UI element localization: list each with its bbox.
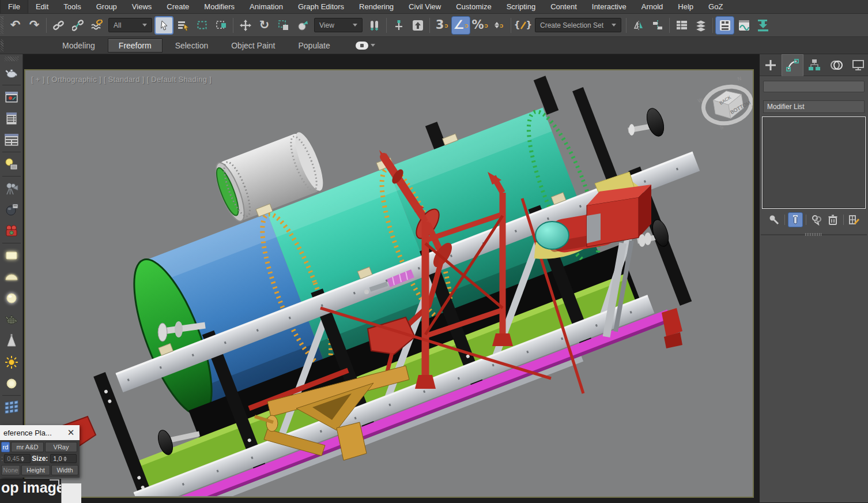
- selection-filter-dropdown[interactable]: All: [108, 18, 152, 32]
- machine-model[interactable]: [35, 70, 749, 496]
- window-crossing-icon[interactable]: [212, 16, 231, 35]
- menu-help[interactable]: Help: [670, 0, 701, 13]
- viewport-canvas[interactable]: BACK BOTTOM N W S E: [25, 70, 753, 496]
- bind-to-space-warp-icon[interactable]: [87, 16, 106, 35]
- menu-arnold[interactable]: Arnold: [634, 0, 671, 13]
- sidebar-grip[interactable]: [5, 57, 18, 61]
- viewcube[interactable]: BACK BOTTOM N W S E: [695, 74, 753, 134]
- modify-tab[interactable]: [782, 54, 803, 76]
- menu-customize[interactable]: Customize: [448, 0, 499, 13]
- sphere-light-icon[interactable]: [1, 287, 22, 309]
- menu-interactive[interactable]: Interactive: [584, 0, 634, 13]
- curve-editor-icon[interactable]: [734, 16, 753, 35]
- named-selection-set-dropdown[interactable]: Create Selection Set: [535, 18, 621, 32]
- modifier-stack[interactable]: [762, 117, 866, 209]
- ribbon-tab-freeform[interactable]: Freeform: [108, 39, 163, 52]
- width-button[interactable]: Width: [51, 465, 78, 475]
- render-setup-dialog-icon[interactable]: [1, 108, 22, 129]
- toolbar-grip[interactable]: [1, 16, 3, 34]
- menu-graph-editors[interactable]: Graph Editors: [290, 0, 352, 13]
- select-and-move-icon[interactable]: [236, 16, 255, 35]
- show-end-result-icon[interactable]: [788, 212, 803, 227]
- select-object-button[interactable]: [154, 16, 173, 35]
- select-and-scale-icon[interactable]: [274, 16, 293, 35]
- menu-rendering[interactable]: Rendering: [352, 0, 401, 13]
- redo-icon[interactable]: ↷: [25, 16, 44, 35]
- snaps-toggle-3d-icon[interactable]: 3ɔ: [432, 16, 451, 35]
- none-button[interactable]: None: [1, 465, 20, 475]
- toggle-scene-explorer-icon[interactable]: [672, 16, 691, 35]
- toggle-layer-explorer-icon[interactable]: [691, 16, 710, 35]
- reference-coordinate-dropdown[interactable]: View: [314, 18, 363, 32]
- menu-goz[interactable]: GoZ: [701, 0, 730, 13]
- renderer-tab-vray[interactable]: VRay: [45, 442, 77, 452]
- menu-scripting[interactable]: Scripting: [499, 0, 544, 13]
- panel-divider[interactable]: [761, 234, 867, 235]
- make-unique-icon[interactable]: [809, 212, 824, 227]
- remove-modifier-icon[interactable]: [825, 212, 840, 227]
- motion-tab[interactable]: [825, 54, 847, 76]
- dialog-titlebar[interactable]: eference Pla... ✕: [0, 425, 80, 440]
- align-icon[interactable]: [648, 16, 667, 35]
- ribbon-tab-object-paint[interactable]: Object Paint: [221, 39, 285, 52]
- menu-group[interactable]: Group: [89, 0, 124, 13]
- percent-snap-toggle-icon[interactable]: %ɔ: [470, 16, 489, 35]
- unlink-selection-icon[interactable]: [68, 16, 87, 35]
- edit-named-selection-sets-icon[interactable]: { }: [514, 16, 533, 35]
- rectangular-selection-region-icon[interactable]: [193, 16, 212, 35]
- use-pivot-point-center-icon[interactable]: [365, 16, 384, 35]
- height-button[interactable]: Height: [21, 465, 50, 475]
- menu-civil-view[interactable]: Civil View: [401, 0, 448, 13]
- create-tab[interactable]: [760, 54, 782, 76]
- spinner-snap-toggle-icon[interactable]: ɔ: [489, 16, 508, 35]
- ribbon-tab-populate[interactable]: Populate: [288, 39, 340, 52]
- menu-create[interactable]: Create: [159, 0, 197, 13]
- light-lister-icon[interactable]: [1, 153, 22, 175]
- proxy-grid-icon[interactable]: [1, 397, 22, 418]
- film-camera-icon[interactable]: [1, 178, 22, 199]
- close-icon[interactable]: ✕: [66, 427, 76, 438]
- ribbon-tab-selection[interactable]: Selection: [165, 39, 219, 52]
- angle-snap-toggle-icon[interactable]: ∠ɔ: [451, 16, 470, 35]
- mesh-light-icon[interactable]: [1, 309, 22, 330]
- ribbon-overflow-button[interactable]: [356, 42, 375, 50]
- environment-sphere-icon[interactable]: [1, 199, 22, 220]
- ribbon-tab-modeling[interactable]: Modeling: [52, 39, 105, 52]
- renderer-tab-mr[interactable]: mr A&D: [11, 442, 44, 452]
- mirror-icon[interactable]: [629, 16, 648, 35]
- pin-stack-icon[interactable]: [767, 212, 782, 227]
- configure-modifier-sets-icon[interactable]: [847, 212, 862, 227]
- renderer-tab-standard[interactable]: rd: [1, 442, 10, 452]
- render-elements-icon[interactable]: [1, 129, 22, 151]
- menu-content[interactable]: Content: [543, 0, 584, 13]
- plane-light-icon[interactable]: [1, 245, 22, 266]
- ies-light-icon[interactable]: [1, 330, 22, 351]
- select-and-link-icon[interactable]: [49, 16, 68, 35]
- menu-animation[interactable]: Animation: [242, 0, 290, 13]
- size-spinner[interactable]: 1,0: [50, 454, 77, 463]
- menu-tools[interactable]: Tools: [56, 0, 88, 13]
- menu-modifiers[interactable]: Modifiers: [197, 0, 242, 13]
- object-name-field[interactable]: [763, 81, 865, 92]
- select-and-rotate-icon[interactable]: ↻: [255, 16, 274, 35]
- display-tab[interactable]: [847, 54, 868, 76]
- disc-light-icon[interactable]: [1, 373, 22, 394]
- menu-views[interactable]: Views: [124, 0, 159, 13]
- viewport[interactable]: BACK BOTTOM N W S E [ + ] [ Orthographic…: [24, 69, 754, 498]
- menu-edit[interactable]: Edit: [28, 0, 56, 13]
- physical-camera-icon[interactable]: [1, 220, 22, 242]
- keyboard-shortcut-override-icon[interactable]: [408, 16, 427, 35]
- toggle-ribbon-icon[interactable]: [715, 16, 734, 35]
- rendered-frame-window-icon[interactable]: [1, 87, 22, 108]
- render-teapot-icon[interactable]: [1, 62, 22, 84]
- ribbon-grip[interactable]: [1, 39, 3, 51]
- undo-icon[interactable]: ↶: [6, 16, 25, 35]
- render-setup-icon[interactable]: [753, 16, 772, 35]
- menu-file[interactable]: File: [0, 0, 28, 14]
- select-by-name-icon[interactable]: [173, 16, 193, 35]
- sun-light-icon[interactable]: [1, 351, 22, 373]
- hierarchy-tab[interactable]: [803, 54, 825, 76]
- dome-light-icon[interactable]: [1, 266, 22, 287]
- select-and-manipulate-icon[interactable]: [389, 16, 408, 35]
- modifier-list-dropdown[interactable]: Modifier List: [763, 100, 865, 113]
